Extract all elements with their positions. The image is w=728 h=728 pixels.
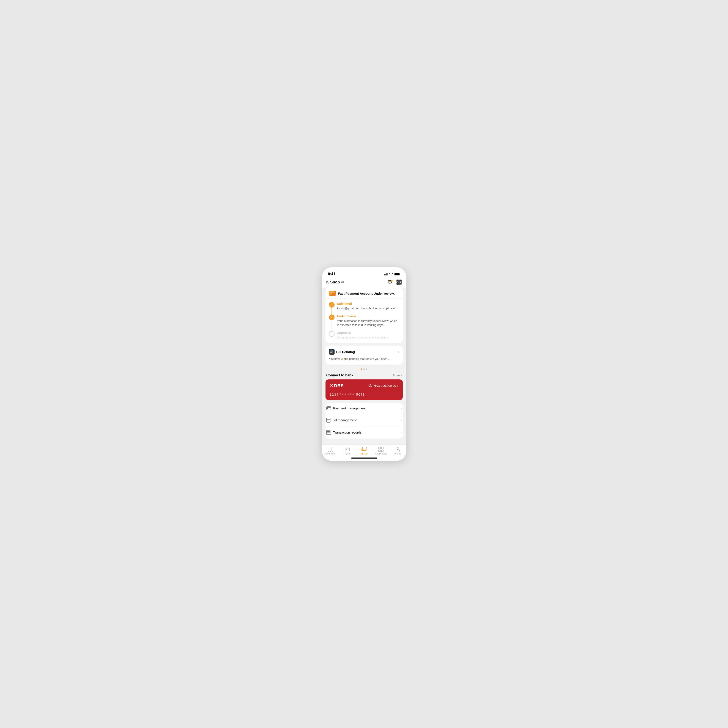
- dot-1: [361, 369, 362, 370]
- profile-icon: [395, 447, 400, 452]
- nav-overview-label: Overview: [326, 452, 335, 455]
- main-content: Fast Payment Account Under review... ✓ S…: [322, 288, 406, 445]
- bottom-nav: Overview Pay-in Pay-out: [322, 445, 406, 456]
- bill-title: Bill Pending: [329, 349, 355, 355]
- bill-icon: [329, 349, 335, 355]
- transaction-icon: [326, 430, 331, 435]
- dot-3: [366, 369, 367, 370]
- menu-bill-management[interactable]: Bill management ›: [326, 414, 403, 427]
- dbs-logo: ✕ DBS: [330, 383, 344, 388]
- svg-rect-2: [386, 273, 387, 275]
- bill-description: You have 3 bills pending that require yo…: [329, 357, 399, 361]
- eye-icon: [369, 384, 372, 387]
- qr-scan-icon[interactable]: [396, 279, 402, 285]
- svg-rect-59: [379, 450, 381, 452]
- nav-profile-label: Profile: [394, 452, 401, 455]
- overview-icon: [328, 447, 333, 452]
- svg-rect-24: [330, 292, 335, 294]
- menu-transaction-records[interactable]: Transaction records ›: [326, 427, 403, 439]
- home-bar: [351, 457, 377, 459]
- menu-item-left-transactions: Transaction records: [326, 430, 362, 435]
- fast-payment-header: Fast Payment Account Under review...: [326, 288, 403, 298]
- bank-card[interactable]: ✕ DBS HKD 100,000.00 › 1234 **** **** 56…: [326, 379, 403, 400]
- status-time: 9:41: [328, 272, 335, 276]
- bill-mgmt-label: Bill management: [333, 418, 357, 422]
- menu-card: Payment management › Bill management ›: [326, 403, 403, 439]
- section-more[interactable]: More ›: [393, 373, 402, 377]
- svg-point-61: [397, 447, 399, 449]
- balance-chevron: ›: [397, 384, 398, 387]
- svg-rect-3: [387, 273, 387, 275]
- step-label-approved: Approved: [337, 331, 389, 335]
- timeline-content-review: Under review Your information is current…: [337, 315, 399, 327]
- dbs-name: DBS: [334, 383, 344, 388]
- menu-payment-management[interactable]: Payment management ›: [326, 403, 403, 414]
- timeline: ✓ Submitted kshop@gmail.com has submitte…: [326, 298, 403, 343]
- svg-rect-54: [362, 447, 367, 450]
- connect-to-bank-section: Connect to bank More › ✕ DBS: [326, 370, 403, 400]
- timeline-step-submitted: ✓ Submitted kshop@gmail.com has submitte…: [329, 302, 399, 310]
- battery-icon: [394, 273, 400, 275]
- balance-amount: HKD 100,000.00: [373, 384, 396, 387]
- transaction-label: Transaction records: [333, 431, 362, 434]
- timeline-dot-approved: [329, 331, 335, 337]
- carousel-dots: [326, 367, 403, 370]
- svg-rect-57: [379, 447, 381, 449]
- swap-icon[interactable]: ⇄: [341, 280, 344, 284]
- card-number: 1234 **** **** 5678: [330, 393, 398, 396]
- svg-rect-58: [381, 447, 383, 449]
- nav-payin[interactable]: Pay-in: [339, 447, 356, 455]
- svg-point-8: [391, 280, 393, 282]
- bill-count: 3: [341, 357, 343, 361]
- nav-profile[interactable]: Profile: [389, 447, 406, 455]
- payment-mgmt-label: Payment management: [333, 406, 366, 410]
- svg-rect-1: [385, 274, 385, 275]
- nav-application[interactable]: Application: [373, 447, 389, 455]
- section-header: Connect to bank More ›: [326, 370, 403, 379]
- payment-icon: [329, 291, 336, 296]
- timeline-dot-submitted: ✓: [329, 302, 335, 307]
- section-title: Connect to bank: [326, 373, 353, 377]
- nav-overview[interactable]: Overview: [322, 447, 339, 455]
- dot-2: [363, 369, 365, 370]
- svg-point-32: [370, 385, 371, 386]
- payout-icon: [361, 447, 367, 452]
- timeline-step-review: ✓ Under review Your information is curre…: [329, 315, 399, 327]
- header-title: K Shop ⇄: [326, 280, 344, 284]
- svg-rect-33: [327, 407, 331, 410]
- svg-rect-0: [384, 274, 385, 275]
- svg-rect-35: [327, 408, 328, 409]
- svg-rect-6: [399, 274, 400, 275]
- fast-payment-title: Fast Payment Account Under review...: [338, 292, 396, 295]
- wifi-icon: [389, 272, 393, 275]
- step-text-submitted: kshop@gmail.com has submitted an applica…: [337, 306, 397, 310]
- step-label-review: Under review: [337, 315, 399, 318]
- nav-payout[interactable]: Pay-out: [356, 447, 373, 455]
- payment-mgmt-icon: [326, 406, 331, 410]
- step-text-approved: Congratulations, start experiencing it n…: [337, 335, 389, 340]
- svg-rect-14: [400, 280, 401, 281]
- home-indicator: [322, 456, 406, 461]
- svg-rect-47: [328, 449, 329, 451]
- application-icon: [378, 447, 384, 452]
- nav-payout-label: Pay-out: [360, 452, 368, 455]
- bank-card-top: ✕ DBS HKD 100,000.00 ›: [330, 383, 398, 388]
- transaction-chevron: ›: [401, 431, 402, 434]
- step-text-review: Your information is currently under revi…: [337, 319, 399, 327]
- payin-icon: [345, 447, 350, 452]
- svg-rect-49: [332, 447, 333, 451]
- timeline-dot-review: ✓: [329, 315, 335, 320]
- signal-icon: [384, 273, 388, 275]
- bill-card-header: Bill Pending ›: [329, 349, 399, 355]
- nav-payin-label: Pay-in: [344, 452, 350, 455]
- timeline-step-approved: Approved Congratulations, start experien…: [329, 331, 399, 340]
- notification-icon[interactable]: [388, 279, 393, 285]
- bill-pending-card[interactable]: Bill Pending › You have 3 bills pending …: [326, 346, 403, 364]
- header: K Shop ⇄: [322, 278, 406, 288]
- shop-name: K Shop: [326, 280, 340, 284]
- svg-rect-60: [381, 450, 383, 452]
- bill-title-text: Bill Pending: [336, 350, 355, 354]
- bill-chevron: ›: [398, 350, 399, 354]
- payment-mgmt-chevron: ›: [401, 406, 402, 410]
- timeline-content-approved: Approved Congratulations, start experien…: [337, 331, 389, 340]
